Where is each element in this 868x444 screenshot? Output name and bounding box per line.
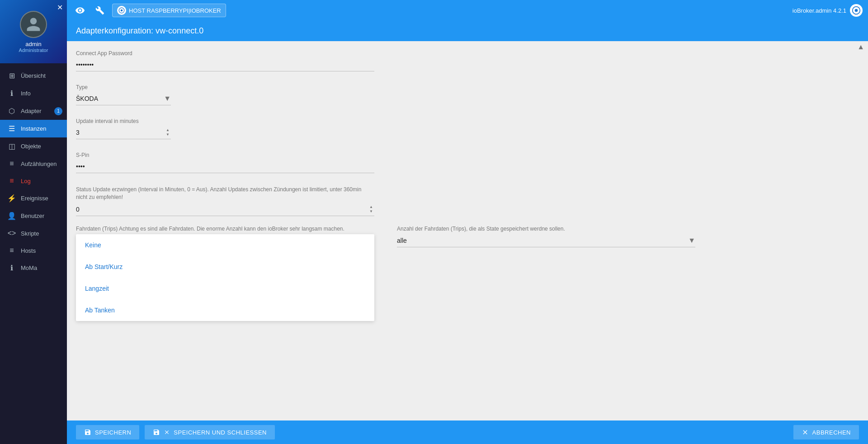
sidebar-item-adapter[interactable]: ⬡ Adapter 1 — [0, 102, 67, 120]
save-label: SPEICHERN — [95, 429, 131, 436]
save-close-button[interactable]: SPEICHERN UND SCHLIESSEN — [145, 425, 275, 439]
sidebar-item-objekte[interactable]: ◫ Objekte — [0, 137, 67, 155]
sidebar-item-uebersicht[interactable]: ⊞ Übersicht — [0, 67, 67, 85]
status-spin-up[interactable]: ▲ — [368, 205, 374, 209]
list-icon: ☰ — [7, 124, 16, 133]
sidebar-label-uebersicht: Übersicht — [21, 72, 46, 79]
interval-input-container: ▲ ▼ — [76, 126, 171, 139]
save-button[interactable]: SPEICHERN — [76, 425, 139, 439]
password-input[interactable] — [76, 58, 374, 71]
password-group: Connect App Password — [76, 50, 859, 71]
sidebar-role: Administrator — [19, 47, 48, 53]
save-icon — [84, 429, 91, 436]
moma-icon: ℹ — [7, 264, 16, 272]
save-close-x-icon — [164, 429, 170, 435]
code-icon: <> — [7, 229, 16, 237]
type-select[interactable]: ŠKODA ▼ — [76, 92, 171, 105]
status-input-container: ▲ ▼ — [76, 203, 374, 216]
grid-icon: ⊞ — [7, 71, 16, 80]
trip-right: Anzahl der Fahrdaten (Trips), die als St… — [397, 225, 695, 321]
chevron-down-icon: ▼ — [164, 94, 171, 103]
svg-point-3 — [855, 9, 858, 12]
anzahl-value: alle — [397, 234, 688, 247]
sidebar-label-hosts: Hosts — [21, 247, 36, 254]
page-title: Adapterkonfiguration: vw-connect.0 — [76, 26, 203, 35]
interval-spinbuttons: ▲ ▼ — [165, 128, 171, 137]
sidebar-nav: ⊞ Übersicht ℹ Info ⬡ Adapter 1 ☰ Instanz… — [0, 63, 67, 444]
wrench-icon — [95, 6, 104, 15]
status-group: Status Update erzwingen (Interval in Min… — [76, 186, 859, 216]
sidebar-label-log: Log — [21, 178, 31, 184]
enum-icon: ≡ — [7, 160, 16, 168]
info-icon: ℹ — [7, 89, 16, 98]
spin-group: S-Pin — [76, 152, 859, 173]
events-icon: ⚡ — [7, 194, 16, 203]
interval-label: Update interval in minutes — [76, 118, 859, 124]
content-area: ▲ Connect App Password Type ŠKODA ▼ Upda… — [67, 41, 868, 420]
sidebar-item-ereignisse[interactable]: ⚡ Ereignisse — [0, 189, 67, 207]
sidebar-header: ✕ admin Administrator — [0, 0, 67, 63]
abort-button[interactable]: ABBRECHEN — [793, 425, 859, 439]
trip-option-ab-tanken[interactable]: Ab Tanken — [76, 299, 374, 321]
abort-label: ABBRECHEN — [812, 429, 851, 436]
trip-option-ab-start[interactable]: Ab Start/Kurz — [76, 256, 374, 278]
avatar — [20, 11, 47, 38]
status-label: Status Update erzwingen (Interval in Min… — [76, 186, 374, 201]
sidebar-label-instanzen: Instanzen — [21, 125, 46, 132]
wrench-button[interactable] — [92, 3, 108, 18]
interval-spin-up[interactable]: ▲ — [165, 128, 171, 132]
topbar: HOST RASPBERRYPI|IOBROKER ioBroker.admin… — [67, 0, 868, 21]
sidebar-item-benutzer[interactable]: 👤 Benutzer — [0, 207, 67, 225]
sidebar-item-moma[interactable]: ℹ MoMa — [0, 259, 67, 277]
objects-icon: ◫ — [7, 142, 16, 151]
interval-group: Update interval in minutes ▲ ▼ — [76, 118, 859, 139]
spin-input[interactable] — [76, 160, 374, 173]
host-logo-icon — [117, 6, 126, 15]
host-label: HOST RASPBERRYPI|IOBROKER — [129, 7, 221, 14]
topbar-right: ioBroker.admin 4.2.1 — [793, 4, 863, 17]
eye-icon — [75, 5, 85, 15]
host-button[interactable]: HOST RASPBERRYPI|IOBROKER — [112, 4, 226, 17]
sidebar-item-log[interactable]: ≡ Log — [0, 172, 67, 189]
save-close-save-icon — [153, 429, 160, 436]
interval-input[interactable] — [76, 126, 165, 139]
sidebar-item-instanzen[interactable]: ☰ Instanzen — [0, 120, 67, 137]
sidebar-item-skripte[interactable]: <> Skripte — [0, 225, 67, 242]
puzzle-icon: ⬡ — [7, 107, 16, 115]
type-group: Type ŠKODA ▼ — [76, 84, 859, 105]
status-input[interactable] — [76, 203, 368, 216]
iobroker-logo-icon — [850, 4, 863, 17]
sidebar-label-aufzaehlungen: Aufzählungen — [21, 161, 57, 167]
adapter-badge: 1 — [54, 107, 62, 115]
sidebar-item-info[interactable]: ℹ Info — [0, 85, 67, 102]
page-header: Adapterkonfiguration: vw-connect.0 — [67, 21, 868, 41]
trip-option-keine[interactable]: Keine — [76, 234, 374, 256]
spin-label: S-Pin — [76, 152, 859, 158]
bottom-bar: SPEICHERN SPEICHERN UND SCHLIESSEN ABBRE… — [67, 420, 868, 444]
anzahl-select[interactable]: alle ▼ — [397, 234, 695, 247]
save-close-label: SPEICHERN UND SCHLIESSEN — [174, 429, 267, 436]
sidebar-label-info: Info — [21, 90, 31, 97]
user-icon: 👤 — [7, 212, 16, 220]
sidebar-label-moma: MoMa — [21, 265, 37, 271]
status-spin-down[interactable]: ▼ — [368, 209, 374, 214]
trip-label: Fahrdaten (Trips) Achtung es sind alle F… — [76, 225, 388, 233]
sidebar-username: admin — [25, 41, 41, 47]
anzahl-label: Anzahl der Fahrdaten (Trips), die als St… — [397, 225, 695, 233]
eye-button[interactable] — [72, 3, 88, 18]
scroll-up-icon: ▲ — [857, 43, 864, 51]
close-button[interactable]: ✕ — [55, 3, 64, 12]
sidebar-label-benutzer: Benutzer — [21, 213, 44, 219]
sidebar-item-hosts[interactable]: ≡ Hosts — [0, 242, 67, 259]
interval-spin-down[interactable]: ▼ — [165, 132, 171, 137]
trip-dropdown: Keine Ab Start/Kurz Langzeit Ab Tanken — [76, 234, 374, 321]
password-label: Connect App Password — [76, 50, 859, 57]
type-value: ŠKODA — [76, 92, 164, 105]
status-spinbuttons: ▲ ▼ — [368, 205, 374, 214]
trip-option-langzeit[interactable]: Langzeit — [76, 278, 374, 299]
sidebar-label-objekte: Objekte — [21, 143, 41, 150]
sidebar-label-skripte: Skripte — [21, 230, 39, 237]
sidebar: ✕ admin Administrator ⊞ Übersicht ℹ Info… — [0, 0, 67, 444]
main-area: Adapterkonfiguration: vw-connect.0 ▲ Con… — [67, 21, 868, 444]
sidebar-item-aufzaehlungen[interactable]: ≡ Aufzählungen — [0, 155, 67, 172]
